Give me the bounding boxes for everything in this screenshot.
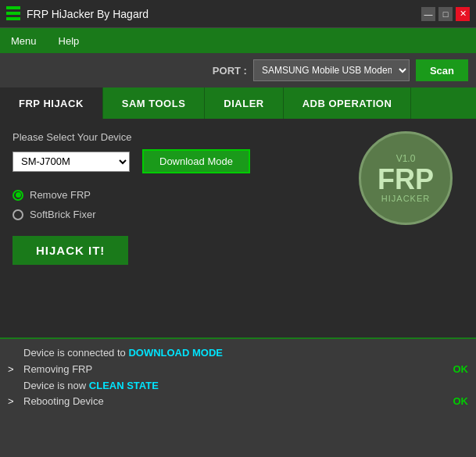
radio-label-remove-frp: Remove FRP [30,189,91,201]
hijack-button[interactable]: HIJACK IT! [13,236,128,265]
log-arrow-4: > [8,394,17,410]
log-text-connected: Device is connected to DOWNLOAD MODE [23,345,223,362]
tab-bar: FRP HIJACK SAM TOOLS DIALER ADB OPERATIO… [0,87,476,119]
port-select[interactable]: SAMSUNG Mobile USB Modem # [253,59,410,81]
main-content: Please Select Your Device SM-J700M Downl… [0,119,476,337]
radio-circle-remove-frp [13,190,23,201]
tab-sam-tools[interactable]: SAM TOOLS [103,87,206,119]
log-line-connected: Device is connected to DOWNLOAD MODE [8,345,468,362]
tab-frp-hijack[interactable]: FRP HIJACK [0,87,103,119]
tab-dialer[interactable]: DIALER [205,87,283,119]
hijacker-text: HIJACKER [381,194,430,203]
frp-logo: V1.0 FRP HIJACKER [359,131,453,225]
log-clean-state-text: CLEAN STATE [89,380,159,391]
log-text-rebooting: Rebooting Device [23,394,447,410]
device-select[interactable]: SM-J700M [13,152,130,172]
log-arrow-2: > [8,362,17,378]
log-area[interactable]: Device is connected to DOWNLOAD MODE > R… [0,337,476,457]
download-mode-button[interactable]: Download Mode [142,149,250,173]
radio-circle-softbrick [13,209,23,220]
scan-button[interactable]: Scan [416,59,468,81]
log-line-clean-state: Device is now CLEAN STATE [8,378,468,395]
title-bar: FRP HiJacker By Hagard — □ ✕ [0,0,476,28]
log-text-clean-state: Device is now CLEAN STATE [23,378,159,395]
window-controls: — □ ✕ [421,7,470,21]
log-ok-rebooting: OK [453,394,469,410]
maximize-button[interactable]: □ [438,7,453,21]
menu-bar: Menu Help [0,28,476,53]
minimize-button[interactable]: — [421,7,435,21]
frp-text: FRP [378,166,434,194]
menu-item-help[interactable]: Help [54,32,84,50]
log-line-removing: > Removing FRP OK [8,362,468,378]
frp-version: V1.0 [396,153,416,164]
close-button[interactable]: ✕ [456,7,470,21]
log-line-rebooting: > Rebooting Device OK [8,394,468,410]
log-ok-removing: OK [453,362,469,378]
port-bar: PORT : SAMSUNG Mobile USB Modem # Scan [0,53,476,87]
radio-label-softbrick: SoftBrick Fixer [30,209,96,220]
tab-adb-operation[interactable]: ADB OPERATION [284,87,412,119]
window-title: FRP HiJacker By Hagard [27,8,470,20]
app-icon [6,6,20,22]
log-download-mode-text: DOWNLOAD MODE [128,347,223,359]
log-text-removing: Removing FRP [23,362,447,378]
port-label: PORT : [213,65,247,77]
menu-item-menu[interactable]: Menu [6,32,41,50]
